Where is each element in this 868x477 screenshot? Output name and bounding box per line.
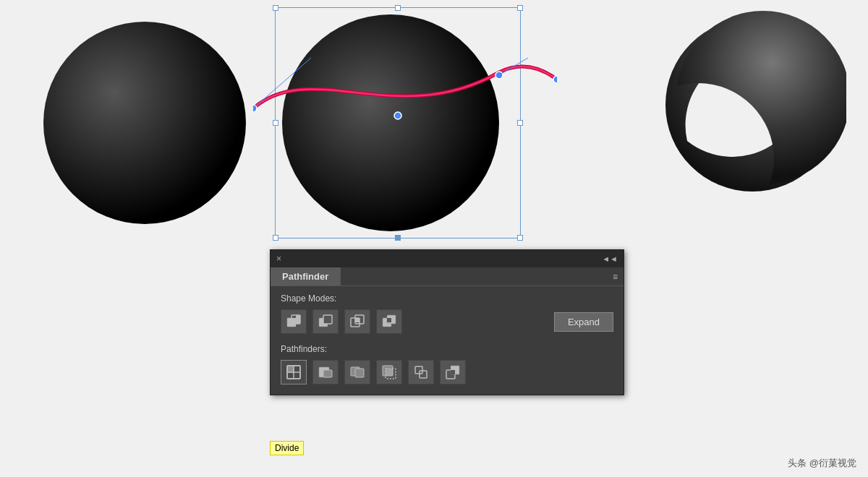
panel-body: Shape Modes: [271,286,624,395]
handle-rm [517,120,523,126]
shape-modes-row: Expand [281,309,613,334]
svg-rect-15 [355,318,359,322]
center-circle-wrapper [275,7,521,239]
svg-rect-31 [415,366,422,374]
panel-titlebar: × ◄◄ [271,250,624,267]
canvas-area: × ◄◄ Pathfinder ≡ Shape Modes: [0,0,868,477]
pathfinders-row [281,360,613,384]
outline-button[interactable] [408,360,434,384]
handle-tm [395,5,401,11]
minus-front-button[interactable] [312,309,339,334]
minus-back-button[interactable] [440,360,466,384]
svg-point-2 [495,72,503,79]
unite-button[interactable] [281,309,307,334]
crop-button[interactable] [376,360,402,384]
left-circle [43,22,246,224]
pathfinder-tab[interactable]: Pathfinder [271,267,341,285]
panel-collapse-button[interactable]: ◄◄ [602,254,618,263]
pathfinder-panel: × ◄◄ Pathfinder ≡ Shape Modes: [270,249,624,395]
watermark: 头条 @衍菓视觉 [788,457,856,470]
svg-rect-27 [355,369,364,377]
svg-rect-18 [387,318,391,322]
right-shape [658,11,846,199]
panel-tab-row: Pathfinder ≡ [271,267,624,286]
divide-button[interactable] [281,360,307,384]
handle-tl [273,5,278,11]
svg-rect-30 [386,369,393,376]
trim-button[interactable] [312,360,339,384]
divide-tooltip: Divide [270,441,304,455]
svg-line-5 [499,58,528,75]
svg-point-0 [253,105,257,112]
svg-rect-25 [323,370,332,377]
center-circle [282,14,499,231]
panel-menu-icon[interactable]: ≡ [613,272,618,282]
intersect-button[interactable] [344,309,370,334]
svg-rect-12 [323,315,332,324]
shape-modes-label: Shape Modes: [281,293,613,304]
handle-br [517,235,523,241]
handle-lm [273,120,278,126]
merge-button[interactable] [344,360,370,384]
handle-bl [273,235,278,241]
handle-tr [517,5,523,11]
exclude-button[interactable] [376,309,402,334]
svg-rect-35 [451,370,455,374]
svg-rect-32 [420,371,427,378]
panel-close-button[interactable]: × [276,254,281,264]
svg-point-8 [676,11,846,184]
handle-bm [395,235,401,241]
expand-button[interactable]: Expand [554,312,613,332]
pathfinders-label: Pathfinders: [281,344,613,354]
svg-point-3 [553,76,557,83]
